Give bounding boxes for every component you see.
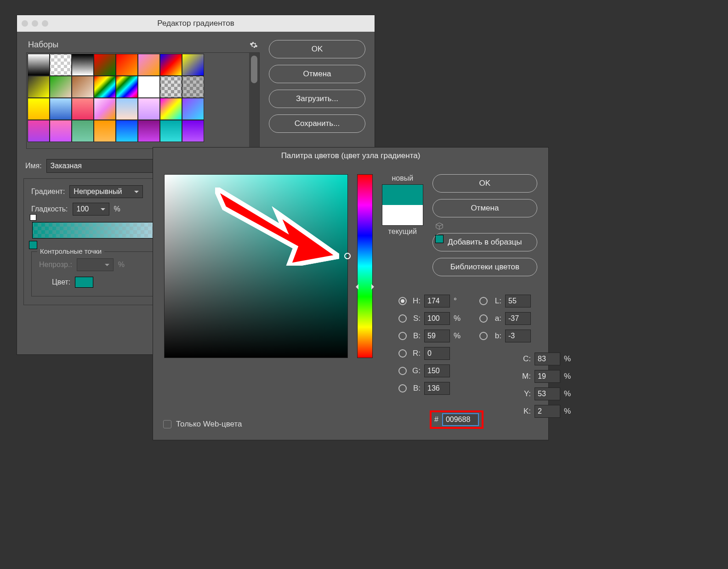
gradient-swatch[interactable] — [138, 76, 160, 98]
web-only-label: Только Web-цвета — [176, 420, 242, 429]
add-to-swatches-button[interactable]: Добавить в образцы — [432, 233, 537, 251]
ok-button[interactable]: OK — [269, 40, 365, 58]
gradient-swatch[interactable] — [50, 76, 72, 98]
c-input[interactable] — [535, 353, 560, 365]
color-picker-window: Палитра цветов (цвет узла градиента) нов… — [153, 147, 549, 440]
gradient-swatch[interactable] — [116, 54, 138, 76]
radio-b-lab[interactable] — [479, 332, 488, 340]
stop-color-swatch[interactable] — [75, 277, 93, 288]
svg-marker-0 — [215, 188, 339, 266]
gradient-editor-titlebar[interactable]: Редактор градиентов — [17, 15, 375, 32]
a-input[interactable] — [505, 312, 531, 325]
gradient-swatch[interactable] — [160, 98, 182, 120]
gradient-swatch[interactable] — [28, 120, 50, 142]
cancel-button[interactable]: Отмена — [269, 65, 365, 83]
gradient-swatch[interactable] — [28, 98, 50, 120]
color-picker-titlebar[interactable]: Палитра цветов (цвет узла градиента) — [153, 148, 548, 164]
gradient-swatch[interactable] — [28, 76, 50, 98]
color-field-cursor[interactable] — [344, 253, 351, 259]
radio-b-rgb[interactable] — [398, 384, 407, 393]
annotation-arrow-icon — [215, 188, 339, 266]
hex-row: # — [430, 410, 483, 429]
smoothness-label: Гладкость: — [31, 205, 68, 213]
gradient-swatch[interactable] — [182, 54, 204, 76]
color-picker-title: Палитра цветов (цвет узла градиента) — [153, 151, 548, 160]
gradient-swatch[interactable] — [138, 120, 160, 142]
gradient-swatch[interactable] — [50, 120, 72, 142]
gradient-type-label: Градиент: — [31, 188, 65, 196]
gradient-swatch[interactable] — [182, 120, 204, 142]
gradient-swatch[interactable] — [138, 54, 160, 76]
new-color-label: новый — [392, 174, 413, 182]
radio-a[interactable] — [479, 314, 488, 323]
picker-cancel-button[interactable]: Отмена — [432, 199, 537, 217]
radio-g[interactable] — [398, 367, 407, 375]
radio-s[interactable] — [398, 314, 407, 323]
gamut-warning-icon[interactable] — [435, 222, 444, 230]
gradient-swatch[interactable] — [160, 76, 182, 98]
gamut-color-swatch[interactable] — [435, 235, 444, 243]
smoothness-unit: % — [114, 205, 120, 213]
b-lab-input[interactable] — [505, 330, 531, 342]
gradient-swatch[interactable] — [160, 54, 182, 76]
load-button[interactable]: Загрузить... — [269, 90, 365, 108]
smoothness-input[interactable]: 100 — [73, 203, 109, 216]
gradient-swatch[interactable] — [94, 98, 116, 120]
hex-input[interactable] — [442, 413, 479, 426]
color-stop[interactable] — [29, 241, 37, 249]
gradient-swatch[interactable] — [116, 98, 138, 120]
gradient-swatch[interactable] — [72, 120, 94, 142]
gradient-swatch[interactable] — [94, 54, 116, 76]
m-input[interactable] — [535, 370, 560, 383]
presets-scrollbar[interactable] — [249, 53, 259, 148]
chevron-down-icon — [101, 208, 105, 213]
h-input[interactable] — [424, 295, 450, 307]
gradient-swatch[interactable] — [50, 98, 72, 120]
opacity-unit: % — [118, 261, 125, 269]
gradient-swatch[interactable] — [72, 98, 94, 120]
radio-l[interactable] — [479, 297, 488, 305]
k-input[interactable] — [535, 405, 560, 418]
radio-h[interactable] — [398, 297, 407, 305]
stops-section-label: Контрольные точки — [37, 247, 104, 255]
gradient-swatch[interactable] — [116, 76, 138, 98]
scrollbar-thumb[interactable] — [251, 56, 257, 83]
opacity-stop[interactable] — [30, 214, 36, 221]
y-input[interactable] — [535, 387, 560, 400]
gear-icon[interactable] — [250, 41, 258, 49]
presets-label: Наборы — [28, 40, 58, 50]
gradient-swatch[interactable] — [50, 54, 72, 76]
picker-ok-button[interactable]: OK — [432, 174, 537, 193]
new-color-half — [382, 185, 423, 205]
b-rgb-input[interactable] — [424, 382, 450, 395]
name-label: Имя: — [25, 162, 42, 170]
r-input[interactable] — [424, 347, 450, 360]
g-input[interactable] — [424, 364, 450, 377]
radio-b[interactable] — [398, 332, 407, 340]
gradient-swatch[interactable] — [160, 120, 182, 142]
opacity-label: Непрозр.: — [39, 261, 72, 269]
gradient-type-select[interactable]: Непрерывный — [69, 185, 143, 198]
gradient-swatch[interactable] — [182, 98, 204, 120]
l-input[interactable] — [505, 295, 531, 307]
gradient-swatch[interactable] — [94, 76, 116, 98]
gradient-swatch[interactable] — [94, 120, 116, 142]
color-libraries-button[interactable]: Библиотеки цветов — [432, 258, 537, 276]
radio-r[interactable] — [398, 349, 407, 358]
gradient-swatch[interactable] — [28, 54, 50, 76]
gradient-swatch[interactable] — [72, 76, 94, 98]
hue-slider[interactable] — [357, 174, 373, 358]
save-button[interactable]: Сохранить... — [269, 114, 365, 133]
current-color-half — [382, 205, 423, 225]
gradient-swatch[interactable] — [116, 120, 138, 142]
s-input[interactable] — [424, 312, 450, 325]
color-field[interactable] — [164, 174, 348, 358]
gradient-swatch[interactable] — [138, 98, 160, 120]
web-only-checkbox[interactable] — [163, 420, 171, 428]
gradient-swatch[interactable] — [182, 76, 204, 98]
b-hsb-input[interactable] — [424, 330, 450, 342]
hue-indicator[interactable] — [353, 284, 377, 290]
new-current-swatch[interactable] — [382, 184, 423, 226]
gradient-swatch[interactable] — [72, 54, 94, 76]
gradient-swatch-grid[interactable] — [27, 53, 205, 148]
